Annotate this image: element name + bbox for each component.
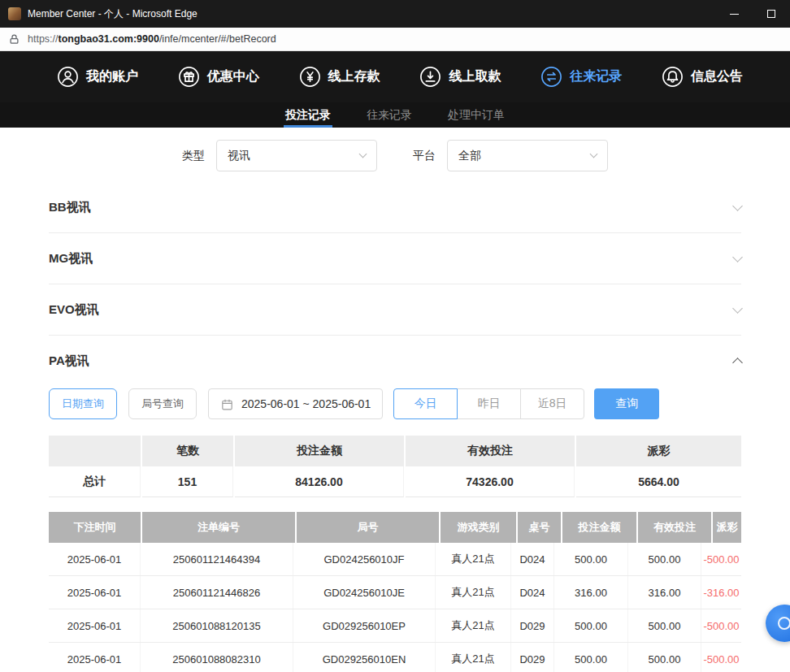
cell-table-no: D029 bbox=[511, 609, 554, 642]
summary-header-row: 笔数 投注金额 有效投注 派彩 bbox=[49, 436, 741, 466]
tab-pending-orders[interactable]: 处理中订单 bbox=[446, 102, 506, 128]
cell-bet-amount: 316.00 bbox=[554, 576, 628, 609]
summary-row-label: 总计 bbox=[49, 466, 141, 497]
cell-bet-date: 2025-06-01 bbox=[49, 576, 141, 609]
nav-label: 线上取款 bbox=[449, 68, 501, 85]
cell-payout: -316.00 bbox=[701, 576, 741, 609]
transfer-icon bbox=[540, 66, 562, 88]
type-select[interactable]: 视讯 bbox=[216, 140, 377, 171]
chevron-up-icon bbox=[732, 358, 743, 368]
url-scheme: https:// bbox=[28, 33, 59, 45]
date-range-picker[interactable]: 2025-06-01 ~ 2025-06-01 bbox=[208, 388, 383, 419]
cell-order-id: 250601121446826 bbox=[141, 576, 293, 609]
table-header: 桌号 bbox=[518, 512, 561, 543]
table-header: 局号 bbox=[297, 512, 439, 543]
round-query-button[interactable]: 局号查询 bbox=[128, 388, 197, 419]
section-evo-video[interactable]: EVO视讯 bbox=[49, 284, 741, 336]
section-mg-video[interactable]: MG视讯 bbox=[49, 233, 741, 284]
table-header: 游戏类别 bbox=[441, 512, 516, 543]
chevron-down-icon bbox=[732, 252, 743, 262]
cell-game-type: 真人21点 bbox=[436, 543, 511, 575]
cell-valid-bet: 500.00 bbox=[628, 643, 701, 672]
yesterday-button[interactable]: 昨日 bbox=[457, 388, 521, 419]
nav-item-my-account[interactable]: 我的账户 bbox=[57, 66, 138, 88]
cell-game-type: 真人21点 bbox=[436, 609, 511, 642]
nav-item-deposit[interactable]: 线上存款 bbox=[299, 66, 380, 88]
sub-navbar: 投注记录 往来记录 处理中订单 bbox=[0, 102, 790, 128]
site-favicon bbox=[8, 7, 21, 20]
section-pa-video[interactable]: PA视讯 bbox=[49, 336, 741, 387]
subtab-label: 处理中订单 bbox=[448, 108, 505, 123]
cell-table-no: D024 bbox=[511, 543, 554, 575]
cell-valid-bet: 500.00 bbox=[628, 543, 701, 575]
platform-select[interactable]: 全部 bbox=[447, 140, 608, 171]
nav-item-announcements[interactable]: 信息公告 bbox=[662, 66, 743, 88]
cell-table-no: D024 bbox=[511, 576, 554, 609]
address-bar[interactable]: https://tongbao31.com:9900/infe/mcenter/… bbox=[0, 28, 790, 51]
cell-order-id: 250601088082310 bbox=[141, 643, 293, 672]
chevron-down-icon bbox=[732, 303, 743, 314]
user-icon bbox=[57, 66, 79, 88]
platform-filter-label: 平台 bbox=[413, 149, 436, 163]
cell-bet-date: 2025-06-01 bbox=[49, 543, 141, 575]
cell-order-id: 250601121464394 bbox=[141, 543, 293, 575]
tab-bet-records[interactable]: 投注记录 bbox=[284, 102, 332, 128]
subtab-label: 往来记录 bbox=[367, 108, 412, 123]
query-controls: 日期查询 局号查询 2025-06-01 ~ 2025-06-01 今日 昨日 … bbox=[49, 388, 741, 419]
cell-round-id: GD029256010EN bbox=[293, 643, 436, 672]
deposit-icon bbox=[299, 66, 321, 88]
summary-valid-bet: 74326.00 bbox=[406, 466, 575, 497]
tab-transaction-records[interactable]: 往来记录 bbox=[365, 102, 414, 128]
cell-round-id: GD029256010EP bbox=[293, 609, 436, 642]
nav-label: 信息公告 bbox=[691, 68, 743, 85]
nav-item-withdraw[interactable]: 线上取款 bbox=[419, 66, 501, 88]
section-label: EVO视讯 bbox=[49, 302, 99, 318]
url-path: /infe/mcenter/#/betRecord bbox=[159, 33, 276, 45]
table-row: 2025-06-01 250601121446826 GD024256010JE… bbox=[49, 576, 741, 609]
date-query-button[interactable]: 日期查询 bbox=[49, 388, 117, 419]
summary-total-row: 总计 151 84126.00 74326.00 5664.00 bbox=[49, 466, 741, 497]
minimize-button[interactable] bbox=[715, 0, 753, 28]
withdraw-icon bbox=[419, 66, 441, 88]
section-label: MG视讯 bbox=[49, 251, 93, 267]
main-navbar: 我的账户 优惠中心 线上存款 线上取款 往来记录 信息公告 bbox=[0, 51, 790, 102]
summary-bet-amount: 84126.00 bbox=[235, 466, 404, 497]
cell-table-no: D029 bbox=[511, 643, 554, 672]
cell-bet-amount: 500.00 bbox=[554, 609, 628, 642]
summary-header: 有效投注 bbox=[406, 436, 575, 466]
summary-count: 151 bbox=[142, 466, 233, 497]
platform-select-value: 全部 bbox=[458, 149, 481, 163]
window-titlebar: Member Center - 个人 - Microsoft Edge bbox=[0, 0, 790, 28]
last-8-days-button[interactable]: 近8日 bbox=[520, 388, 584, 419]
platform-filter-group: 平台 全部 bbox=[413, 140, 608, 171]
filter-row: 类型 视讯 平台 全部 bbox=[49, 128, 741, 182]
table-header: 注单编号 bbox=[142, 512, 295, 543]
lock-icon bbox=[8, 33, 20, 46]
bet-records-table: 下注时间 注单编号 局号 游戏类别 桌号 投注金额 有效投注 派彩 2025-0… bbox=[49, 512, 741, 672]
summary-table: 笔数 投注金额 有效投注 派彩 总计 151 84126.00 74326.00… bbox=[49, 436, 741, 497]
summary-header: 笔数 bbox=[142, 436, 233, 466]
table-header: 投注金额 bbox=[562, 512, 636, 543]
summary-header-blank bbox=[49, 436, 141, 466]
nav-item-promotions[interactable]: 优惠中心 bbox=[178, 66, 259, 88]
today-button[interactable]: 今日 bbox=[393, 388, 458, 419]
maximize-button[interactable] bbox=[753, 0, 790, 28]
url-host: tongbao31.com:9900 bbox=[59, 33, 159, 45]
url-text: https://tongbao31.com:9900/infe/mcenter/… bbox=[28, 33, 276, 45]
cell-payout: -500.00 bbox=[701, 643, 741, 672]
cell-valid-bet: 500.00 bbox=[628, 609, 701, 642]
cell-game-type: 真人21点 bbox=[436, 576, 511, 609]
section-label: BB视讯 bbox=[49, 200, 91, 215]
calendar-icon bbox=[220, 397, 234, 411]
nav-label: 我的账户 bbox=[86, 68, 138, 85]
cell-bet-amount: 500.00 bbox=[554, 643, 628, 672]
table-header: 有效投注 bbox=[638, 512, 711, 543]
search-button[interactable]: 查询 bbox=[594, 388, 659, 419]
section-bb-video[interactable]: BB视讯 bbox=[49, 182, 741, 233]
window-title: Member Center - 个人 - Microsoft Edge bbox=[28, 7, 198, 21]
cell-valid-bet: 316.00 bbox=[628, 576, 701, 609]
nav-item-transaction-records[interactable]: 往来记录 bbox=[540, 66, 622, 88]
date-range-value: 2025-06-01 ~ 2025-06-01 bbox=[241, 397, 371, 410]
minimize-icon bbox=[730, 14, 739, 15]
bell-icon bbox=[662, 66, 684, 88]
